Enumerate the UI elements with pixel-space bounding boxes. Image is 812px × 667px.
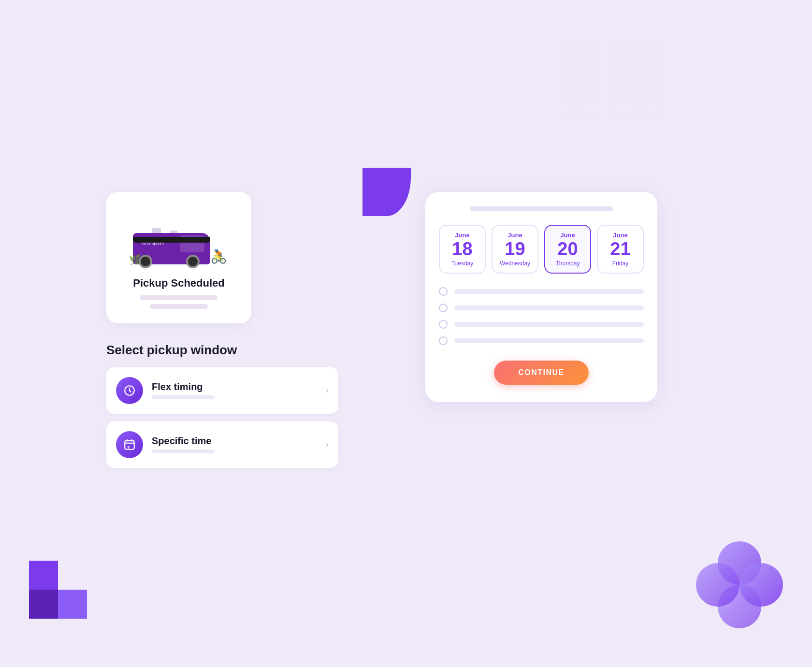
- van-wheel-right: [186, 255, 200, 268]
- date-20-day: Thursday: [549, 260, 586, 267]
- specific-time-option[interactable]: 8 Specific time ›: [106, 421, 338, 468]
- specific-time-chevron: ›: [326, 439, 329, 450]
- date-21-day: Friday: [602, 260, 639, 267]
- pickup-line-2: [150, 304, 208, 309]
- specific-time-icon-circle: 8: [116, 431, 143, 458]
- main-container: returnqueen 🚴 🌿 Pickup Scheduled Sel: [68, 163, 744, 505]
- calendar-top-bar: [470, 206, 613, 211]
- time-line-4: [454, 338, 644, 343]
- flex-timing-text: Flex timing: [152, 381, 317, 399]
- section-title: Select pickup window: [106, 343, 338, 358]
- pickup-card-title: Pickup Scheduled: [133, 277, 225, 290]
- flex-timing-label: Flex timing: [152, 381, 317, 392]
- specific-time-label: Specific time: [152, 435, 317, 447]
- time-line-1: [454, 289, 644, 294]
- time-line-3: [454, 322, 644, 327]
- date-18-day: Tuesday: [444, 260, 481, 267]
- time-slot-3[interactable]: [439, 320, 644, 329]
- date-18-month: June: [444, 232, 481, 239]
- specific-time-subline: [152, 450, 215, 453]
- flex-timing-icon-circle: [116, 377, 143, 404]
- person-illustration: 🚴: [210, 248, 227, 264]
- van-stripe: [133, 237, 210, 243]
- time-line-2: [454, 305, 644, 310]
- pickup-scheduled-card: returnqueen 🚴 🌿 Pickup Scheduled: [106, 192, 251, 323]
- svg-rect-1: [125, 440, 134, 449]
- plant-decoration: 🌿: [129, 254, 141, 265]
- pickup-window-section: Select pickup window Flex timing ›: [106, 343, 338, 476]
- left-side: returnqueen 🚴 🌿 Pickup Scheduled Sel: [106, 192, 338, 476]
- flex-timing-chevron: ›: [326, 385, 329, 395]
- bg-dots-decoration: [561, 39, 667, 116]
- time-radio-4: [439, 336, 448, 345]
- time-slot-4[interactable]: [439, 336, 644, 345]
- date-21-month: June: [602, 232, 639, 239]
- date-row: June 18 Tuesday June 19 Wednesday June 2…: [439, 225, 644, 274]
- time-radio-3: [439, 320, 448, 329]
- calendar-icon: 8: [123, 438, 136, 451]
- time-options: [439, 287, 644, 345]
- date-june-18[interactable]: June 18 Tuesday: [439, 225, 486, 274]
- time-slot-2[interactable]: [439, 304, 644, 312]
- date-18-num: 18: [444, 240, 481, 258]
- date-19-day: Wednesday: [496, 260, 534, 267]
- purple-corner-decoration: [362, 168, 411, 216]
- pickup-card-lines: [121, 295, 237, 309]
- calendar-card: June 18 Tuesday June 19 Wednesday June 2…: [425, 192, 657, 402]
- date-19-month: June: [496, 232, 534, 239]
- time-radio-2: [439, 304, 448, 312]
- flex-timing-subline: [152, 395, 215, 399]
- date-19-num: 19: [496, 240, 534, 258]
- svg-text:8: 8: [128, 445, 130, 449]
- blob-flower-decoration: [696, 541, 783, 628]
- right-side: June 18 Tuesday June 19 Wednesday June 2…: [377, 192, 706, 402]
- date-21-num: 21: [602, 240, 639, 258]
- date-20-month: June: [549, 232, 586, 239]
- flex-timing-option[interactable]: Flex timing ›: [106, 367, 338, 414]
- date-june-19[interactable]: June 19 Wednesday: [492, 225, 538, 274]
- van-illustration: returnqueen 🚴 🌿: [126, 206, 232, 269]
- pickup-line-1: [140, 295, 218, 300]
- continue-button[interactable]: CONTINUE: [494, 361, 589, 385]
- specific-time-text: Specific time: [152, 435, 317, 453]
- time-slot-1[interactable]: [439, 287, 644, 296]
- date-june-20[interactable]: June 20 Thursday: [544, 225, 591, 274]
- date-june-21[interactable]: June 21 Friday: [597, 225, 644, 274]
- clock-icon: [123, 384, 136, 397]
- time-radio-1: [439, 287, 448, 296]
- date-20-num: 20: [549, 240, 586, 258]
